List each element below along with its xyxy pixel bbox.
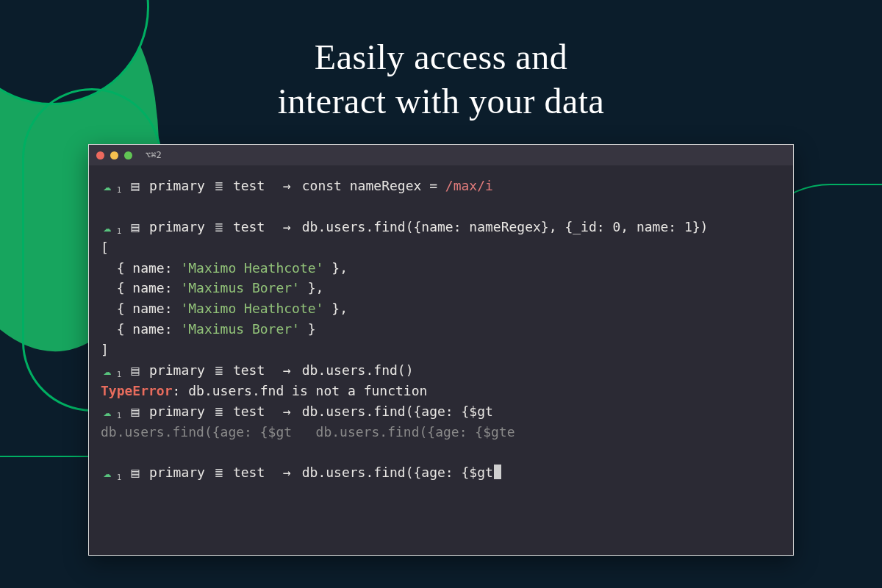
terminal-output: [	[101, 237, 781, 258]
db-icon: ≣	[212, 217, 226, 237]
string-literal: 'Maximus Borer'	[180, 321, 300, 337]
prompt-primary: primary	[149, 360, 205, 381]
arrow-icon: →	[275, 401, 299, 422]
db-icon: ≣	[212, 360, 226, 381]
cloud-icon: ☁	[101, 217, 114, 237]
terminal-result: { name: 'Maximus Borer' }	[101, 319, 781, 340]
prompt-db: test	[233, 360, 265, 381]
db-icon: ≣	[212, 462, 226, 483]
terminal-result: { name: 'Maximo Heathcote' },	[101, 298, 781, 319]
terminal-command: db.users.find({age: {$gt	[302, 465, 493, 480]
traffic-close-icon[interactable]	[96, 151, 104, 159]
prompt-primary: primary	[149, 462, 205, 483]
cloud-sub: 1	[117, 226, 121, 237]
terminal-result: { name: 'Maximus Borer' },	[101, 278, 781, 298]
arrow-icon: →	[275, 217, 299, 237]
prompt-primary: primary	[149, 176, 205, 196]
terminal-error: TypeError: db.users.fnd is not a functio…	[101, 381, 781, 401]
string-literal: 'Maximus Borer'	[180, 280, 300, 295]
book-icon: ▤	[129, 462, 142, 483]
prompt-primary: primary	[149, 217, 205, 237]
shell-prompt: ☁1▤primary ≣test →	[101, 217, 302, 237]
terminal-titlebar[interactable]: ⌥⌘2	[89, 145, 793, 165]
terminal-command: const nameRegex =	[302, 178, 445, 193]
terminal-prompt-line: ☁1▤primary ≣test → db.users.find({name: …	[101, 217, 781, 237]
cloud-icon: ☁	[101, 360, 114, 381]
terminal-blank	[101, 442, 781, 463]
cloud-icon: ☁	[101, 176, 114, 196]
terminal-title: ⌥⌘2	[146, 150, 162, 160]
error-message: : db.users.fnd is not a function	[173, 383, 428, 398]
terminal-command: db.users.find({name: nameRegex}, {_id: 0…	[302, 219, 709, 234]
cloud-sub: 1	[117, 410, 121, 422]
traffic-fullscreen-icon[interactable]	[124, 151, 132, 159]
shell-prompt: ☁1▤primary ≣test →	[101, 462, 302, 483]
traffic-minimize-icon[interactable]	[110, 151, 118, 159]
db-icon: ≣	[212, 176, 226, 196]
book-icon: ▤	[129, 401, 142, 422]
terminal-prompt-line: ☁1▤primary ≣test → db.users.fnd()	[101, 360, 781, 381]
cloud-sub: 1	[117, 472, 121, 484]
db-icon: ≣	[212, 401, 226, 422]
book-icon: ▤	[129, 217, 142, 237]
terminal-prompt-line: ☁1▤primary ≣test → const nameRegex = /ma…	[101, 176, 781, 196]
page-headline: Easily access and interact with your dat…	[0, 35, 882, 123]
cloud-sub: 1	[117, 369, 121, 381]
terminal-command: db.users.find({age: {$gt	[302, 404, 493, 419]
prompt-db: test	[233, 401, 265, 422]
terminal-result: { name: 'Maximo Heathcote' },	[101, 258, 781, 279]
terminal-prompt-line: ☁1▤primary ≣test → db.users.find({age: {…	[101, 462, 781, 483]
book-icon: ▤	[129, 360, 142, 381]
terminal-body[interactable]: ☁1▤primary ≣test → const nameRegex = /ma…	[89, 165, 793, 493]
terminal-window[interactable]: ⌥⌘2 ☁1▤primary ≣test → const nameRegex =…	[88, 144, 794, 556]
headline-line1: Easily access and	[315, 37, 567, 76]
cloud-icon: ☁	[101, 462, 114, 483]
headline-line2: interact with your data	[278, 82, 605, 121]
regex-literal: /max/i	[445, 178, 493, 193]
book-icon: ▤	[129, 176, 142, 196]
prompt-db: test	[233, 176, 265, 196]
terminal-output: ]	[101, 340, 781, 360]
prompt-db: test	[233, 462, 265, 483]
terminal-blank	[101, 196, 781, 217]
prompt-primary: primary	[149, 401, 205, 422]
cloud-icon: ☁	[101, 401, 114, 422]
cloud-sub: 1	[117, 184, 121, 196]
error-type: TypeError	[101, 383, 173, 398]
cursor-icon	[494, 465, 501, 479]
terminal-prompt-line: ☁1▤primary ≣test → db.users.find({age: {…	[101, 401, 781, 422]
shell-prompt: ☁1▤primary ≣test →	[101, 401, 302, 422]
arrow-icon: →	[275, 462, 299, 483]
prompt-db: test	[233, 217, 265, 237]
arrow-icon: →	[275, 176, 299, 196]
shell-prompt: ☁1▤primary ≣test →	[101, 176, 302, 196]
arrow-icon: →	[275, 360, 299, 381]
terminal-command: db.users.fnd()	[302, 362, 414, 378]
string-literal: 'Maximo Heathcote'	[180, 260, 323, 276]
bg-line-left	[0, 456, 103, 457]
string-literal: 'Maximo Heathcote'	[180, 301, 323, 316]
shell-prompt: ☁1▤primary ≣test →	[101, 360, 302, 381]
terminal-suggestions: db.users.find({age: {$gt db.users.find({…	[101, 422, 781, 442]
